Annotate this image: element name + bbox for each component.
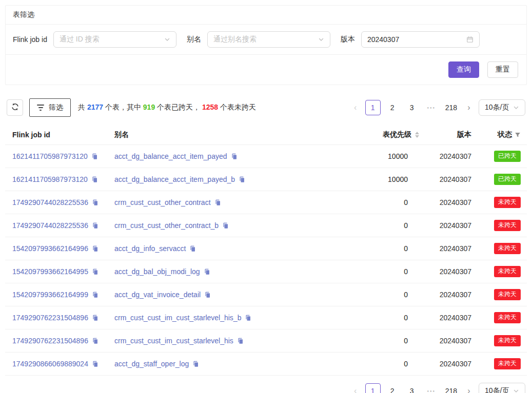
filter-lines-icon <box>37 105 44 111</box>
copy-icon[interactable] <box>92 315 98 321</box>
column-filter-funnel-icon[interactable] <box>515 132 521 138</box>
query-button[interactable]: 查询 <box>448 61 479 78</box>
table-row: 1749290762231504896 crm_cust_cust_im_cus… <box>5 329 527 353</box>
flink-job-id-link[interactable]: 1749290762231504896 <box>12 314 88 322</box>
flink-job-id-link[interactable]: 1542097993662164999 <box>12 291 88 299</box>
pager-page-button[interactable]: 2 <box>385 383 400 393</box>
copy-icon[interactable] <box>204 292 211 298</box>
flink-job-id-label: Flink job id <box>13 35 47 44</box>
flink-job-id-link[interactable]: 1621411705987973120 <box>12 152 88 160</box>
copy-icon[interactable] <box>92 292 98 298</box>
pager-page-button[interactable]: 3 <box>404 383 420 393</box>
refresh-button[interactable] <box>7 99 23 116</box>
copy-icon[interactable] <box>245 315 251 321</box>
copy-icon[interactable] <box>222 222 229 229</box>
table-row: 1749290744028225536 crm_cust_cust_other_… <box>5 214 527 237</box>
copy-icon[interactable] <box>92 361 98 367</box>
table-row: 1542097993662164996 acct_dg_info_servacc… <box>5 237 527 260</box>
priority-value: 10000 <box>358 168 424 191</box>
copy-icon[interactable] <box>92 199 98 206</box>
flink-job-id-link[interactable]: 1542097993662164996 <box>12 244 88 253</box>
chevron-down-icon <box>513 388 519 393</box>
pager-page-button[interactable]: 1 <box>365 383 381 393</box>
copy-icon[interactable] <box>92 222 98 229</box>
column-alias: 别名 <box>114 130 129 138</box>
alias-link[interactable]: acct_dg_balance_acct_item_payed_b <box>114 175 235 183</box>
pager-page-button[interactable]: 218 <box>443 383 459 393</box>
flink-job-id-field: Flink job id 通过 ID 搜索 <box>13 31 176 48</box>
alias-link[interactable]: crm_cust_cust_other_contract_b <box>114 221 219 230</box>
alias-link[interactable]: crm_cust_cust_other_contract <box>114 198 211 206</box>
refresh-icon <box>11 103 19 112</box>
version-value: 20240307 <box>424 283 476 306</box>
pager-next-button[interactable]: › <box>463 100 475 115</box>
pager-prev-button[interactable]: ‹ <box>350 383 361 393</box>
chevron-down-icon <box>513 105 519 111</box>
pagination-bottom: ‹123•••218› <box>350 383 475 393</box>
table-body: 1621411705987973120 acct_dg_balance_acct… <box>5 145 527 376</box>
copy-icon[interactable] <box>239 176 245 183</box>
pager-page-button[interactable]: 1 <box>365 100 381 115</box>
alias-link[interactable]: acct_dg_info_servacct <box>114 244 186 253</box>
alias-link[interactable]: acct_dg_balance_acct_item_payed <box>114 152 227 160</box>
alias-link[interactable]: acct_dg_vat_invoice_detail <box>114 291 201 299</box>
status-badge: 未跨天 <box>494 289 521 300</box>
pagination-top: ‹123•••218› <box>350 100 475 115</box>
version-date-picker[interactable] <box>361 31 480 48</box>
pager-ellipsis[interactable]: ••• <box>424 383 439 393</box>
table-row: 1749290866069889024 acct_dg_staff_oper_l… <box>5 353 527 376</box>
pager-next-button[interactable]: › <box>463 383 475 393</box>
sort-icon[interactable] <box>414 131 420 139</box>
copy-icon[interactable] <box>91 176 98 183</box>
page-size-select-bottom[interactable]: 10条/页 <box>479 383 525 393</box>
alias-link[interactable]: acct_dg_staff_oper_log <box>114 360 189 368</box>
version-date-input[interactable] <box>367 35 460 44</box>
copy-icon[interactable] <box>189 245 196 252</box>
version-value: 20240307 <box>424 329 476 353</box>
flink-job-id-link[interactable]: 1542097993662164995 <box>12 267 88 276</box>
copy-icon[interactable] <box>92 245 98 252</box>
version-value: 20240307 <box>424 191 476 214</box>
filter-toggle-button[interactable]: 筛选 <box>29 98 71 117</box>
version-value: 20240307 <box>424 306 476 329</box>
pager-page-button[interactable]: 218 <box>443 100 459 115</box>
alias-link[interactable]: acct_dg_bal_obj_modi_log <box>114 267 200 276</box>
status-badge: 未跨天 <box>494 335 521 346</box>
status-badge: 已跨天 <box>494 174 521 185</box>
copy-icon[interactable] <box>237 338 244 344</box>
version-value: 20240307 <box>424 260 476 283</box>
copy-icon[interactable] <box>231 153 238 160</box>
filter-toggle-label: 筛选 <box>49 103 63 112</box>
page-size-select[interactable]: 10条/页 <box>479 99 525 116</box>
flink-job-id-link[interactable]: 1749290866069889024 <box>12 360 88 368</box>
pager-page-button[interactable]: 3 <box>404 100 420 115</box>
priority-value: 0 <box>358 283 424 306</box>
reset-button[interactable]: 重置 <box>487 61 518 78</box>
copy-icon[interactable] <box>92 268 98 275</box>
alias-link[interactable]: crm_cust_cust_im_cust_starlevel_his_b <box>114 314 241 322</box>
column-flink-job-id: Flink job id <box>12 131 50 139</box>
priority-value: 10000 <box>358 145 424 168</box>
flink-job-id-link[interactable]: 1621411705987973120 <box>12 175 88 183</box>
alias-link[interactable]: crm_cust_cust_im_cust_starlevel_his <box>114 337 233 345</box>
copy-icon[interactable] <box>92 338 98 344</box>
table-count-summary: 共 2177 个表，其中 919 个表已跨天， 1258 个表未跨天 <box>78 103 256 112</box>
copy-icon[interactable] <box>214 199 221 206</box>
copy-icon[interactable] <box>192 361 199 367</box>
version-value: 20240307 <box>424 168 476 191</box>
flink-job-id-link[interactable]: 1749290744028225536 <box>12 221 88 230</box>
flink-job-id-link[interactable]: 1749290744028225536 <box>12 198 88 206</box>
tables-table: Flink job id 别名 表优先级 版本 状态 <box>5 125 527 376</box>
pager-page-button[interactable]: 2 <box>385 100 400 115</box>
alias-select[interactable]: 通过别名搜索 <box>207 31 330 48</box>
copy-icon[interactable] <box>204 268 210 275</box>
flink-job-id-select[interactable]: 通过 ID 搜索 <box>53 31 176 48</box>
copy-icon[interactable] <box>91 153 98 160</box>
status-badge: 未跨天 <box>494 220 521 231</box>
priority-value: 0 <box>358 306 424 329</box>
status-badge: 未跨天 <box>494 358 521 369</box>
flink-job-id-link[interactable]: 1749290762231504896 <box>12 337 88 345</box>
pager-ellipsis[interactable]: ••• <box>424 100 439 115</box>
table-header-row: Flink job id 别名 表优先级 版本 状态 <box>5 125 527 145</box>
pager-prev-button[interactable]: ‹ <box>350 100 361 115</box>
